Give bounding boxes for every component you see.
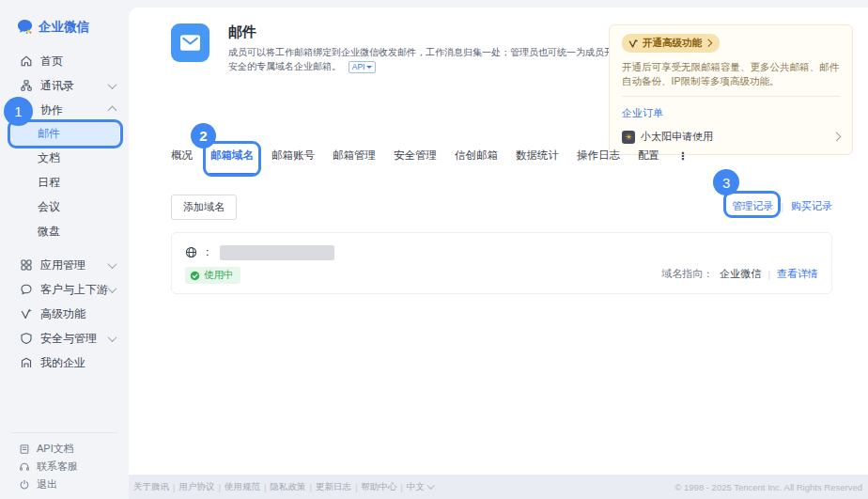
- usage-request-row[interactable]: ☀ 小太阳申请使用: [622, 130, 840, 144]
- sidebar-item-label: 邮件: [38, 126, 60, 142]
- building-icon: [20, 356, 33, 369]
- domain-pointing-info: 域名指向： 企业微信 | 查看详情: [661, 267, 818, 281]
- chevron-down-icon: [108, 259, 117, 269]
- chevron-right-icon: [705, 39, 712, 47]
- premium-v-spark-icon: [20, 307, 33, 320]
- footer-link-changelog[interactable]: 更新日志: [316, 481, 351, 493]
- chevron-right-icon: [832, 133, 842, 142]
- footer-link-privacy[interactable]: 隐私政策: [270, 481, 305, 493]
- chat-bubble-icon: [20, 283, 33, 296]
- tab-mail-domain[interactable]: 邮箱域名 2: [210, 148, 254, 175]
- usage-request-label: 小太阳申请使用: [641, 130, 713, 144]
- globe-icon: [185, 246, 197, 258]
- sidebar: 企业微信 首页 通讯录 协作 邮件: [0, 0, 129, 499]
- divider: [622, 96, 840, 97]
- sidebar-item-schedule[interactable]: 日程: [11, 171, 119, 195]
- footer-link-about[interactable]: 关于腾讯: [133, 481, 169, 493]
- tab-overview[interactable]: 概况: [171, 148, 193, 175]
- separator: |: [309, 482, 311, 492]
- chevron-down-icon: [108, 284, 117, 293]
- domain-pointing-label: 域名指向：: [661, 267, 713, 281]
- contacts-icon: [20, 79, 33, 92]
- view-detail-link[interactable]: 查看详情: [777, 267, 818, 281]
- sidebar-item-mail[interactable]: 邮件: [11, 122, 119, 146]
- sidebar-item-support[interactable]: 联系客服: [11, 458, 117, 476]
- domain-row[interactable]: ： 使用中 域名指向： 企业微信 | 查看详情: [171, 232, 832, 294]
- enterprise-orders-link[interactable]: 企业订单: [622, 106, 663, 120]
- sidebar-item-docs[interactable]: 文档: [11, 147, 119, 170]
- tab-xinchuang-mail[interactable]: 信创邮箱: [455, 148, 498, 175]
- apps-grid-icon: [20, 258, 33, 272]
- app-logo[interactable]: 企业微信: [16, 18, 129, 36]
- document-icon: [19, 444, 30, 455]
- sidebar-item-premium[interactable]: 高级功能: [0, 302, 129, 326]
- footer-link-usage-rules[interactable]: 使用规范: [225, 481, 260, 493]
- sidebar-item-company[interactable]: 我的企业: [0, 351, 129, 375]
- tab-bar: 概况 邮箱域名 2 邮箱账号 邮箱管理 安全管理 信创邮箱 数据统计 操作日志 …: [171, 148, 689, 175]
- sidebar-item-meeting[interactable]: 会议: [11, 195, 119, 219]
- sidebar-item-collab[interactable]: 协作: [0, 98, 129, 122]
- envelope-icon: [179, 34, 201, 52]
- sidebar-item-label: 安全与管理: [40, 331, 109, 347]
- tab-settings[interactable]: 配置: [638, 148, 659, 175]
- member-avatar: ☀: [622, 131, 635, 144]
- sidebar-item-label: 我的企业: [40, 355, 116, 371]
- api-badge[interactable]: API: [349, 61, 377, 73]
- separator: |: [264, 482, 266, 492]
- sidebar-nav: 首页 通讯录 协作 邮件 文档 日程 会议: [0, 49, 129, 375]
- status-label: 使用中: [204, 269, 234, 282]
- page-description-text: 成员可以将工作邮箱绑定到企业微信收发邮件，工作消息归集一处；管理员也可统一为成员…: [228, 47, 651, 71]
- page-title: 邮件: [228, 23, 256, 41]
- page-description: 成员可以将工作邮箱绑定到企业微信收发邮件，工作消息归集一处；管理员也可统一为成员…: [228, 45, 655, 73]
- status-badge: 使用中: [185, 267, 240, 284]
- power-icon: [19, 479, 30, 491]
- sidebar-item-label: 首页: [40, 54, 116, 70]
- upgrade-premium-badge[interactable]: 开通高级功能: [622, 34, 720, 53]
- home-icon: [20, 55, 33, 68]
- sidebar-item-label: 协作: [40, 102, 109, 118]
- more-tabs-icon[interactable]: ⋮: [677, 148, 689, 175]
- chevron-down-icon: [108, 333, 117, 342]
- sidebar-item-security[interactable]: 安全与管理: [0, 326, 129, 351]
- footer-link-help-center[interactable]: 帮助中心: [361, 481, 396, 493]
- separator: |: [218, 482, 220, 492]
- caret-down-icon: [366, 66, 372, 69]
- sidebar-item-label: 高级功能: [40, 306, 116, 322]
- footer-link-user-agreement[interactable]: 用户协议: [178, 481, 214, 493]
- language-selector[interactable]: 中文: [407, 481, 434, 493]
- sidebar-item-contacts[interactable]: 通讯录: [0, 73, 129, 98]
- sidebar-item-home[interactable]: 首页: [0, 49, 129, 73]
- add-domain-button[interactable]: 添加域名: [171, 195, 237, 220]
- tab-security-management[interactable]: 安全管理: [394, 148, 437, 175]
- tab-data-statistics[interactable]: 数据统计: [516, 148, 559, 175]
- sidebar-item-apps[interactable]: 应用管理: [0, 253, 129, 277]
- domain-pointing-value: 企业微信: [720, 267, 761, 281]
- sidebar-item-api-docs[interactable]: API文档: [11, 440, 117, 458]
- sidebar-item-label: 通讯录: [40, 78, 109, 94]
- records-links: 管理记录 3 | 购买记录: [732, 199, 832, 213]
- shield-icon: [20, 332, 33, 345]
- purchase-records-link[interactable]: 购买记录: [791, 199, 832, 213]
- separator: |: [781, 201, 783, 212]
- domain-prefix: ：: [202, 244, 213, 260]
- headset-icon: [19, 461, 30, 473]
- chevron-down-icon: [427, 482, 435, 490]
- tab-mail-management[interactable]: 邮箱管理: [333, 148, 376, 175]
- separator: |: [355, 482, 357, 492]
- upgrade-premium-label: 开通高级功能: [643, 37, 702, 50]
- chevron-down-icon: [108, 80, 117, 89]
- sidebar-item-label: 日程: [38, 175, 60, 191]
- main-content: 邮件 成员可以将工作邮箱绑定到企业微信收发邮件，工作消息归集一处；管理员也可统一…: [129, 8, 868, 475]
- sidebar-item-drive[interactable]: 微盘: [11, 220, 119, 243]
- chevron-up-icon: [108, 105, 117, 115]
- manage-records-link[interactable]: 管理记录 3: [732, 199, 773, 213]
- tab-operation-logs[interactable]: 操作日志: [577, 148, 620, 175]
- sidebar-item-logout[interactable]: 退出: [11, 476, 117, 493]
- sidebar-item-customers[interactable]: 客户与上下游: [0, 277, 129, 302]
- step-3-marker: 3: [713, 169, 739, 195]
- tab-mail-accounts[interactable]: 邮箱账号: [271, 148, 315, 175]
- briefcase-icon: [20, 103, 33, 117]
- premium-description: 开通后可享受无限邮箱容量、更多公共邮箱、邮件自动备份、IP限制等多项高级功能。: [622, 60, 840, 88]
- nav-section-gap: [0, 244, 129, 253]
- separator: |: [173, 482, 175, 492]
